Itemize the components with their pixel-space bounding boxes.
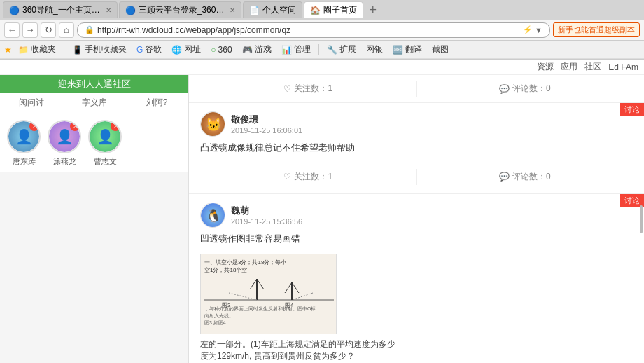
bm-manage-icon: 📊 [281,45,292,55]
post-time-2: 2019-11-25 15:36:56 [231,217,302,226]
bm-google-label: 谷歌 [145,43,162,55]
bm-games-icon: 🎮 [242,45,253,55]
post-author-1: 敬俊璟 [231,114,302,126]
comment-count-1: 评论数：0 [512,171,551,183]
like-count-0: 关注数：1 [294,83,332,95]
physics-diagram-svg: 一、填空小题3分；共18分；每小 空1分，共18个空 ，与种介质的界面上同时发生… [201,254,337,334]
sidebar-tab-liu[interactable]: 刘阿? [125,93,188,114]
bm-mobile-label: 手机收藏夹 [85,43,127,55]
tab-label-sanyun: 三顾云平台登录_360… [139,4,225,16]
tab-favicon-home: 🏠 [310,6,321,15]
comment-count-0: 评论数：0 [512,83,551,95]
sidebar: 迎来到人人通社区 阅问讨 字义库 刘阿? 👤 2 唐东涛 [0,75,189,363]
avatar-tao: 👤 2 [7,120,41,153]
resource-link[interactable]: 资源 [537,61,554,73]
new-user-btn[interactable]: 新手也能首通超级副本 [553,22,640,37]
like-action-1[interactable]: ♡ 关注数：1 [200,169,416,185]
bm-bank-label: 网银 [366,43,383,55]
discussion-tag-1[interactable]: 讨论 [620,103,644,116]
post-image-caption2: 度为129km/h, 贵高到到贵州反贫为多少？ [200,350,633,362]
user-bar: 资源 应用 社区 Ed FAm [0,60,644,75]
refresh-button[interactable]: ↻ [41,22,56,38]
bm-translate[interactable]: 🔤 翻译 [389,42,426,57]
back-button[interactable]: ← [4,22,20,38]
svg-text:图3                        如图4: 图3 如图4 [204,320,226,326]
bm-bank[interactable]: 网银 [363,42,386,57]
avatar-cao: 👤 2 [88,120,122,153]
comment-icon-1: 💬 [499,172,510,182]
post-actions-0: ♡ 关注数：1 💬 评论数：0 [200,81,633,97]
tab-bar: 🔵 360导航_一个主页… ✕ 🔵 三顾云平台登录_360… ✕ 📄 个人空间 … [0,0,644,20]
like-count-1: 关注数：1 [294,171,332,183]
post-image-caption: 左的一部分。(1)车距上海规定满足的平均速度为多少 [200,338,633,350]
bm-extend[interactable]: 🔧 扩展 [323,42,360,57]
bm-extend-label: 扩展 [340,43,356,55]
home-button[interactable]: ⌂ [59,22,74,38]
avatar-tu-name: 涂燕龙 [53,156,76,167]
bm-url-icon: 🌐 [172,45,182,55]
bm-translate-icon: 🔤 [393,45,403,55]
lightning-icon[interactable]: ⚡ [523,25,533,34]
tab-favicon-personal: 📄 [249,6,260,15]
bm-favorites-icon: 📁 [18,45,29,55]
bm-favorites-label: 收藏夹 [31,43,56,55]
bm-360[interactable]: ○ 360 [207,43,235,56]
new-tab-btn[interactable]: + [365,3,381,18]
url-bar[interactable]: 🔒 http://rrt-wh.wdcloud.cc/webapp/app/js… [77,22,550,38]
bm-mobile[interactable]: 📱 手机收藏夹 [69,42,130,57]
bm-360-icon: ○ [211,45,216,55]
post-caption-text2: 度为129km/h, 贵高到到贵州反贫为多少？ [200,351,355,361]
avatar-item-cao[interactable]: 👤 2 曹志文 [88,120,122,167]
tab-360[interactable]: 🔵 360导航_一个主页… ✕ [3,1,118,18]
bm-google-icon: G [136,45,143,55]
bm-google[interactable]: G 谷歌 [133,42,165,57]
tab-close-sanyun[interactable]: ✕ [230,6,235,14]
bookmarks-bar: ★ 📁 收藏夹 📱 手机收藏夹 G 谷歌 🌐 网址 ○ 360 🎮 游戏 📊 管… [0,41,644,59]
post-actions-1: ♡ 关注数：1 💬 评论数：0 [200,163,633,185]
heart-icon-1: ♡ [284,172,291,182]
url-action-icons: ⚡ ▼ [523,25,542,34]
tab-sanyun[interactable]: 🔵 三顾云平台登录_360… ✕ [119,1,242,18]
comment-action-1[interactable]: 💬 评论数：0 [417,169,634,185]
avatar-item-tao[interactable]: 👤 2 唐东涛 [7,120,41,167]
app-link[interactable]: 应用 [561,61,578,73]
content-area: ♡ 关注数：1 💬 评论数：0 讨论 🐱 敬俊璟 2019-11-25 16: [189,75,644,363]
menu-icon[interactable]: ▼ [535,26,542,34]
avatar-cao-badge: 2 [111,121,120,131]
bm-screenshot[interactable]: 截图 [428,42,452,57]
social-link[interactable]: 社区 [584,61,601,73]
scrollbar-thumb[interactable] [640,205,643,233]
bm-games-label: 游戏 [255,43,272,55]
tab-home[interactable]: 🏠 圈子首页 [304,1,363,18]
post-author-2: 魏萌 [231,205,302,217]
avatar-cao-name: 曹志文 [94,156,117,167]
sidebar-avatars: 👤 2 唐东涛 👤 2 涂燕龙 👤 2 曹志文 [0,114,188,172]
bm-translate-label: 翻译 [405,43,422,55]
sidebar-tab-discuss[interactable]: 阅问讨 [0,93,63,114]
avatar-item-tu[interactable]: 👤 2 涂燕龙 [48,120,81,167]
bm-screenshot-label: 截图 [432,43,449,55]
bm-games[interactable]: 🎮 游戏 [239,42,275,57]
svg-text:空1分，共18个空: 空1分，共18个空 [204,267,247,273]
comment-action-0[interactable]: 💬 评论数：0 [417,81,634,97]
tab-close-360[interactable]: ✕ [106,6,111,14]
tab-label-home: 圈子首页 [323,4,357,16]
heart-icon-0: ♡ [284,84,291,94]
bm-manage[interactable]: 📊 管理 [278,42,314,57]
sidebar-tab-word[interactable]: 字义库 [63,93,126,114]
post-caption-text: 左的一部分。(1)车距上海规定满足的平均速度为多少 [200,339,396,349]
svg-text:向射入光线。: 向射入光线。 [204,313,234,319]
like-action-0[interactable]: ♡ 关注数：1 [200,81,416,97]
tab-label-360: 360导航_一个主页… [22,4,100,16]
avatar-tao-name: 唐东涛 [13,156,36,167]
forward-button[interactable]: → [22,22,38,38]
post-meta-2: 魏萌 2019-11-25 15:36:56 [231,205,302,226]
post-content-1: 凸透镜成像规律总记不住希望老师帮助 [200,141,633,156]
bm-mobile-icon: 📱 [72,45,83,55]
bm-url[interactable]: 🌐 网址 [168,42,204,57]
avatar-tu: 👤 2 [48,120,81,153]
sidebar-tabs: 阅问讨 字义库 刘阿? [0,93,188,114]
bm-favorites[interactable]: 📁 收藏夹 [15,42,59,57]
tab-personal[interactable]: 📄 个人空间 [243,1,302,18]
bm-360-label: 360 [218,45,232,55]
